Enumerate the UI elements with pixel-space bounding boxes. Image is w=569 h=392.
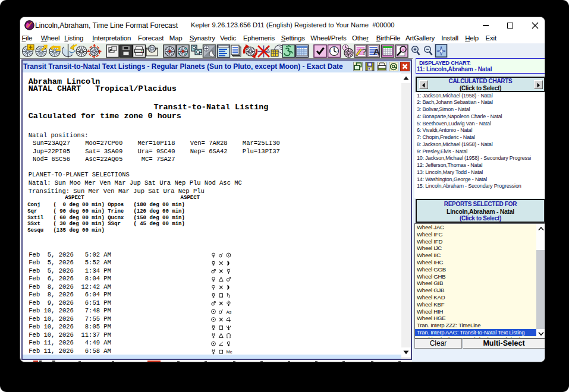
svg-text:?: ?: [361, 46, 367, 56]
svg-text:A: A: [373, 46, 380, 56]
svg-text:As: As: [227, 309, 232, 315]
